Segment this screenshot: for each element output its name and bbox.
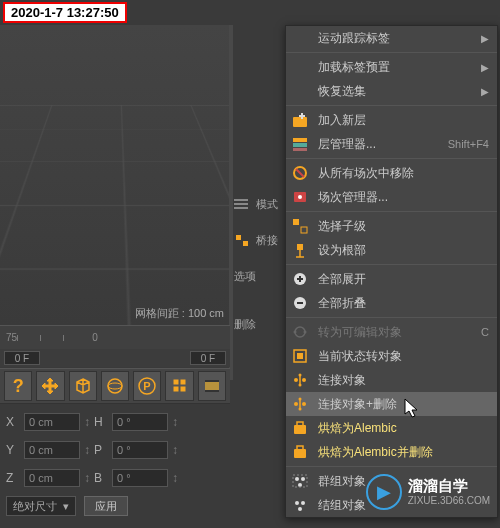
options-label: 选项 [234,269,256,284]
menu-connect[interactable]: 连接对象 [286,368,497,392]
menu-restore-select[interactable]: 恢复选集▶ [286,79,497,103]
z-input[interactable]: 0 cm [24,469,80,487]
mode-label: 模式 [256,197,278,212]
ungroup-icon [290,495,310,515]
menu-bake-alembic[interactable]: 烘焙为Alembic [286,416,497,440]
bake-icon [290,418,310,438]
watermark: ▶ 溜溜自学 ZIXUE.3D66.COM [366,474,490,510]
svg-point-39 [294,402,298,406]
svg-point-51 [298,507,302,511]
menu-load-preset[interactable]: 加载标签预置▶ [286,55,497,79]
svg-point-42 [299,408,302,411]
bake-delete-icon [290,442,310,462]
shortcut-label: Shift+F4 [448,138,489,150]
grid-icon [170,376,190,396]
delete-tab[interactable]: 删除 [234,310,284,338]
h-input[interactable]: 0 ° [112,413,168,431]
p-tool-button[interactable]: P [133,371,161,401]
svg-point-40 [302,402,306,406]
viewport-3d[interactable]: 网格间距 : 100 cm [0,25,230,325]
menu-to-editable[interactable]: 转为可编辑对象 C [286,320,497,344]
svg-point-0 [108,379,122,393]
menu-bake-alembic-delete[interactable]: 烘焙为Alembic并删除 [286,440,497,464]
submenu-arrow-icon: ▶ [481,86,489,97]
menu-collapse-all[interactable]: 全部折叠 [286,291,497,315]
x-input[interactable]: 0 cm [24,413,80,431]
svg-point-24 [298,195,302,199]
add-layer-icon [290,110,310,130]
menu-layer-manager[interactable]: 层管理器... Shift+F4 [286,132,497,156]
menu-set-root[interactable]: 设为根部 [286,238,497,262]
menu-motion-tracker[interactable]: 运动跟踪标签▶ [286,26,497,50]
group-icon [290,471,310,491]
svg-rect-6 [174,387,178,391]
layer-manager-icon [290,134,310,154]
bridge-tab[interactable]: 桥接 [234,226,284,254]
svg-rect-15 [243,241,248,246]
svg-point-50 [301,501,305,505]
svg-rect-27 [297,244,303,250]
svg-rect-9 [205,380,219,382]
z-label: Z [6,471,20,485]
b-input[interactable]: 0 ° [112,469,168,487]
svg-rect-34 [297,353,303,359]
help-icon: ? [13,376,24,397]
size-mode-dropdown[interactable]: 绝对尺寸 ▾ [6,496,76,516]
timeline-ruler[interactable]: 75 0 [0,325,230,349]
move-tool-button[interactable] [36,371,64,401]
ruler-mark: 0 [92,332,98,343]
frame-start-input[interactable]: 0 F [4,351,40,365]
frame-end-input[interactable]: 0 F [190,351,226,365]
svg-rect-12 [234,203,248,205]
menu-current-state[interactable]: 当前状态转对象 [286,344,497,368]
svg-rect-21 [293,148,307,151]
svg-rect-20 [293,143,307,147]
mode-tab[interactable]: 模式 [234,190,284,218]
svg-text:P: P [144,380,151,392]
cursor-icon [404,398,422,420]
svg-rect-16 [293,117,307,127]
menu-scene-manager[interactable]: 场次管理器... [286,185,497,209]
menu-select-children[interactable]: 选择子级 [286,214,497,238]
options-tab[interactable]: 选项 [234,262,284,290]
connect-delete-icon [290,394,310,414]
svg-point-37 [299,374,302,377]
svg-rect-25 [293,219,299,225]
expand-icon [290,269,310,289]
y-label: Y [6,443,20,457]
grid-spacing-label: 网格间距 : 100 cm [135,306,224,321]
svg-rect-18 [299,115,305,117]
submenu-arrow-icon: ▶ [481,62,489,73]
sphere-tool-button[interactable] [101,371,129,401]
help-button[interactable]: ? [4,371,32,401]
chevron-down-icon: ▾ [63,500,69,513]
menu-remove-from-scenes[interactable]: 从所有场次中移除 [286,161,497,185]
cube-icon [73,376,93,396]
collapse-icon [290,293,310,313]
menu-add-layer[interactable]: 加入新层 [286,108,497,132]
svg-rect-19 [293,138,307,142]
y-input[interactable]: 0 cm [24,441,80,459]
grid-tool-button[interactable] [165,371,193,401]
size-mode-label: 绝对尺寸 [13,499,57,514]
svg-point-35 [294,378,298,382]
x-label: X [6,415,20,429]
watermark-title: 溜溜自学 [408,478,490,495]
svg-point-38 [299,384,302,387]
svg-rect-7 [181,387,185,391]
p-input[interactable]: 0 ° [112,441,168,459]
sphere-icon [105,376,125,396]
move-icon [40,376,60,396]
b-label: B [94,471,108,485]
film-tool-button[interactable] [198,371,226,401]
ruler-mark: 75 [6,332,17,343]
tool-toolbar: ? P [0,368,230,404]
bridge-icon [234,233,252,247]
apply-button[interactable]: 应用 [84,496,128,516]
delete-label: 删除 [234,317,256,332]
cube-tool-button[interactable] [69,371,97,401]
menu-connect-delete[interactable]: 连接对象+删除 [286,392,497,416]
svg-point-1 [108,383,122,389]
svg-rect-26 [301,227,307,233]
menu-expand-all[interactable]: 全部展开 [286,267,497,291]
